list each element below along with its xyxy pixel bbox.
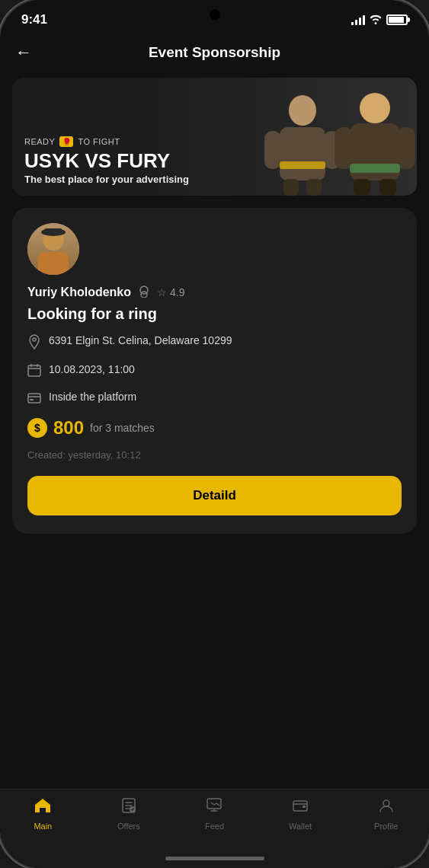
price-amount: 800: [53, 417, 84, 439]
wifi-icon: [370, 14, 382, 27]
datetime-row: 10.08.2023, 11:00: [27, 362, 402, 381]
nav-label-offers: Offers: [117, 822, 140, 831]
home-icon: [34, 797, 52, 819]
boxing-glove-icon: 🥊: [59, 136, 73, 147]
location-icon: [27, 334, 41, 353]
nav-item-feed[interactable]: Feed: [191, 797, 237, 831]
profile-icon: [378, 797, 395, 819]
user-verified-icon: [137, 284, 151, 301]
home-indicator: [165, 857, 264, 860]
home-indicator-area: [0, 852, 429, 868]
price-row: $ 800 for 3 matches: [27, 417, 402, 439]
nav-item-main[interactable]: Main: [20, 797, 66, 831]
calendar-icon: [27, 363, 41, 381]
scroll-content: READY 🥊 TO FIGHT USYK VS FURY The best p…: [0, 78, 429, 789]
nav-label-main: Main: [34, 822, 52, 831]
rating-wrap: ☆ 4.9: [157, 286, 184, 298]
banner-overlay: READY 🥊 TO FIGHT USYK VS FURY The best p…: [12, 78, 417, 196]
signal-bars-icon: [351, 14, 365, 25]
datetime-text: 10.08.2023, 11:00: [49, 362, 135, 378]
banner-ready-text: READY: [24, 137, 55, 146]
banner-subtitle: The best place for your advertising: [24, 174, 405, 185]
star-icon: ☆: [157, 286, 167, 298]
svg-rect-18: [41, 252, 66, 273]
wallet-icon: [292, 797, 309, 819]
nav-item-offers[interactable]: Offers: [106, 797, 152, 831]
camera-dot: [210, 9, 220, 20]
svg-point-20: [141, 292, 147, 298]
svg-rect-16: [44, 228, 62, 235]
price-suffix: for 3 matches: [90, 422, 155, 434]
back-button[interactable]: ←: [15, 40, 38, 65]
svg-point-34: [383, 800, 389, 806]
phone-frame: 9:41 ← Event S: [0, 0, 429, 868]
address-text: 6391 Elgin St. Celina, Delaware 10299: [49, 333, 232, 349]
svg-rect-26: [28, 394, 40, 403]
battery-icon: [386, 14, 408, 25]
address-row: 6391 Elgin St. Celina, Delaware 10299: [27, 333, 402, 353]
payment-row: Inside the platform: [27, 390, 402, 408]
svg-point-21: [33, 338, 36, 341]
card-title: Looking for a ring: [27, 305, 402, 323]
avatar: [27, 223, 79, 275]
svg-rect-22: [28, 365, 40, 376]
avatar-image: [27, 223, 79, 275]
nav-label-wallet: Wallet: [289, 822, 312, 831]
banner-title: USYK VS FURY: [24, 150, 405, 172]
payment-text: Inside the platform: [49, 390, 136, 405]
feed-icon: [206, 797, 223, 819]
svg-rect-31: [207, 799, 221, 809]
user-name: Yuriy Kholodenko: [27, 286, 131, 299]
status-time: 9:41: [21, 12, 47, 27]
payment-icon: [27, 391, 41, 408]
nav-item-profile[interactable]: Profile: [363, 797, 409, 831]
user-info-row: Yuriy Kholodenko ☆ 4.9: [27, 284, 402, 301]
page-title: Event Sponsorship: [38, 44, 391, 61]
phone-screen: 9:41 ← Event S: [0, 0, 429, 868]
created-text: Created: yesterday, 10:12: [27, 449, 402, 461]
banner-fight-text: TO FIGHT: [78, 137, 120, 146]
rating-value: 4.9: [170, 286, 184, 298]
nav-label-profile: Profile: [374, 822, 398, 831]
svg-rect-33: [303, 806, 306, 808]
nav-item-wallet[interactable]: Wallet: [277, 797, 323, 831]
nav-label-feed: Feed: [205, 822, 224, 831]
svg-rect-28: [30, 399, 34, 400]
status-icons: [351, 14, 408, 27]
event-card: Yuriy Kholodenko ☆ 4.9 Looking for a rin…: [12, 208, 417, 534]
offers-icon: [120, 797, 137, 819]
banner-top-label: READY 🥊 TO FIGHT: [24, 136, 405, 147]
bottom-nav: Main Offers: [0, 789, 429, 852]
dollar-icon: $: [27, 418, 47, 438]
event-banner[interactable]: READY 🥊 TO FIGHT USYK VS FURY The best p…: [12, 78, 417, 196]
header: ← Event Sponsorship: [0, 34, 429, 78]
detail-button[interactable]: Detaild: [27, 476, 402, 515]
